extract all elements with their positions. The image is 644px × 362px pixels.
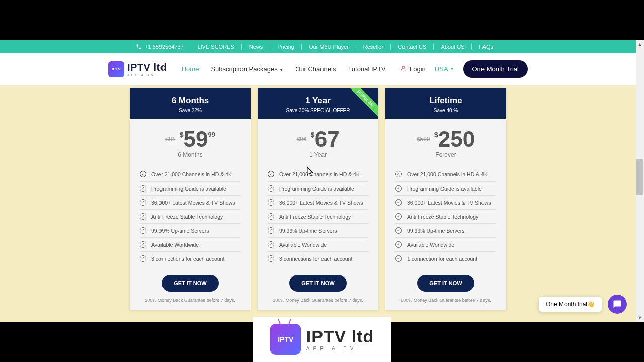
chat-icon bbox=[613, 300, 622, 309]
feature-text: 36,000+ Latest Movies & TV Shows bbox=[279, 200, 363, 206]
price-cents: 99 bbox=[208, 131, 215, 138]
cta-wrap: GET IT NOW bbox=[130, 269, 251, 296]
price-duration: Forever bbox=[385, 151, 506, 158]
pricing-card: POPULAR 1 Year Save 30% SPECIAL OFFER $9… bbox=[258, 88, 378, 310]
topbar-link-reseller[interactable]: Reseller bbox=[356, 44, 391, 50]
pricing-card: 6 Months Save 22% $81 $5999 6 Months Ove… bbox=[130, 88, 251, 310]
scroll-up-arrow[interactable]: ▲ bbox=[636, 40, 644, 48]
check-icon bbox=[268, 199, 274, 206]
feature-item: Programming Guide is available bbox=[268, 182, 368, 196]
feature-text: Over 21,000 Channels in HD & 4K bbox=[151, 171, 232, 177]
feature-item: Available Worldwide bbox=[140, 238, 240, 252]
scrollbar-thumb[interactable] bbox=[636, 159, 643, 195]
region-label: USA bbox=[435, 65, 448, 73]
feature-item: Anti Freeze Stable Technology bbox=[268, 210, 368, 224]
user-icon bbox=[400, 65, 407, 73]
phone-wrap[interactable]: +1 6892564737 bbox=[136, 44, 184, 50]
price-section: $500 $250 Forever bbox=[385, 119, 506, 163]
price-duration: 6 Months bbox=[130, 151, 251, 158]
feature-text: Anti Freeze Stable Technology bbox=[279, 214, 351, 220]
topbar-link-news[interactable]: News bbox=[242, 44, 271, 50]
card-header: 6 Months Save 22% bbox=[130, 88, 251, 119]
check-icon bbox=[395, 171, 402, 177]
chevron-down-icon: ▼ bbox=[450, 67, 454, 71]
check-icon bbox=[140, 185, 146, 192]
topbar-link-contact[interactable]: Contact US bbox=[391, 44, 434, 50]
feature-text: Available Worldwide bbox=[407, 242, 454, 248]
phone-number[interactable]: +1 6892564737 bbox=[145, 44, 184, 50]
topbar-link-about[interactable]: About US bbox=[434, 44, 472, 50]
get-it-now-button[interactable]: GET IT NOW bbox=[162, 275, 218, 292]
chat-prompt[interactable]: One Month trial👋 bbox=[539, 297, 602, 312]
vertical-scrollbar[interactable]: ▲ ▼ bbox=[636, 40, 644, 322]
feature-text: 36,000+ Latest Movies & TV Shows bbox=[151, 200, 235, 206]
feature-item: Available Worldwide bbox=[268, 238, 368, 252]
check-icon bbox=[140, 241, 146, 248]
feature-text: 36,000+ Latest Movies & TV Shows bbox=[407, 200, 491, 206]
topbar-link-pricing[interactable]: Pricing bbox=[270, 44, 302, 50]
check-icon bbox=[140, 171, 146, 177]
feature-item: 1 connection for each account bbox=[395, 252, 496, 265]
get-it-now-button[interactable]: GET IT NOW bbox=[417, 275, 474, 292]
nav-channels[interactable]: Our Channels bbox=[295, 65, 336, 73]
card-title: Lifetime bbox=[385, 96, 506, 106]
region-selector[interactable]: USA ▼ bbox=[435, 65, 454, 73]
trial-button[interactable]: One Month Trial bbox=[463, 60, 528, 78]
guarantee-text: 100% Money Back Guarantee before 7 days. bbox=[385, 296, 506, 310]
feature-text: Programming Guide is available bbox=[151, 186, 226, 192]
check-icon bbox=[140, 255, 146, 262]
topbar-link-faqs[interactable]: FAQs bbox=[472, 44, 500, 50]
feature-text: 3 connections for each account bbox=[151, 256, 224, 262]
nav-right: Login USA ▼ One Month Trial bbox=[400, 60, 528, 78]
top-bar: +1 6892564737 LIVE SCORES News Pricing O… bbox=[0, 40, 636, 53]
feature-text: 3 connections for each account bbox=[279, 256, 352, 262]
old-price: $81 bbox=[165, 136, 175, 143]
feature-item: 36,000+ Latest Movies & TV Shows bbox=[140, 196, 240, 210]
feature-text: Over 21,000 Channels in HD & 4K bbox=[279, 171, 360, 177]
cta-wrap: GET IT NOW bbox=[385, 269, 506, 296]
login-label: Login bbox=[410, 65, 426, 73]
letterbox-top bbox=[0, 0, 644, 40]
card-save: Save 30% SPECIAL OFFER bbox=[258, 108, 378, 113]
topbar-links: LIVE SCORES News Pricing Our M3U Player … bbox=[190, 44, 500, 50]
card-title: 6 Months bbox=[130, 96, 251, 106]
nav-tutorial[interactable]: Tutorial IPTV bbox=[348, 65, 385, 73]
check-icon bbox=[395, 213, 402, 220]
topbar-link-livescores[interactable]: LIVE SCORES bbox=[190, 44, 242, 50]
features-list: Over 21,000 Channels in HD & 4KProgrammi… bbox=[258, 163, 378, 269]
get-it-now-button[interactable]: GET IT NOW bbox=[289, 275, 346, 292]
topbar-link-m3u[interactable]: Our M3U Player bbox=[302, 44, 356, 50]
chat-prompt-label: One Month trial👋 bbox=[546, 301, 595, 308]
chat-bubble-button[interactable] bbox=[608, 295, 627, 314]
card-save: Save 22% bbox=[130, 108, 251, 113]
check-icon bbox=[268, 171, 274, 177]
check-icon bbox=[268, 185, 274, 192]
nav-packages[interactable]: Subscription Packages ▼ bbox=[211, 65, 283, 73]
check-icon bbox=[268, 255, 274, 262]
svg-point-0 bbox=[403, 66, 405, 68]
feature-text: Programming Guide is available bbox=[407, 186, 482, 192]
logo-text-main: IPTV ltd bbox=[127, 62, 167, 73]
feature-item: 99.99% Up-time Servers bbox=[268, 224, 368, 238]
check-icon bbox=[268, 213, 274, 220]
feature-text: Available Worldwide bbox=[279, 242, 327, 248]
check-icon bbox=[140, 227, 146, 234]
pricing-row: 6 Months Save 22% $81 $5999 6 Months Ove… bbox=[0, 85, 636, 310]
feature-item: Programming Guide is available bbox=[395, 182, 496, 196]
feature-text: Programming Guide is available bbox=[279, 186, 354, 192]
login-link[interactable]: Login bbox=[400, 65, 426, 73]
price-section: $81 $5999 6 Months bbox=[130, 119, 251, 163]
feature-item: 36,000+ Latest Movies & TV Shows bbox=[395, 196, 496, 210]
check-icon bbox=[395, 227, 402, 234]
guarantee-text: 100% Money Back Guarantee before 7 days. bbox=[130, 296, 251, 310]
feature-item: Over 21,000 Channels in HD & 4K bbox=[395, 167, 496, 182]
feature-text: Over 21,000 Channels in HD & 4K bbox=[407, 171, 488, 177]
features-list: Over 21,000 Channels in HD & 4KProgrammi… bbox=[385, 163, 506, 269]
nav-home[interactable]: Home bbox=[182, 65, 199, 73]
price-amount: 59 bbox=[183, 127, 208, 151]
feature-item: 3 connections for each account bbox=[140, 252, 240, 265]
scroll-down-arrow[interactable]: ▼ bbox=[636, 314, 644, 322]
check-icon bbox=[268, 227, 274, 234]
logo[interactable]: IPTV ltd APP & TV bbox=[108, 61, 167, 77]
feature-item: 99.99% Up-time Servers bbox=[395, 224, 496, 238]
